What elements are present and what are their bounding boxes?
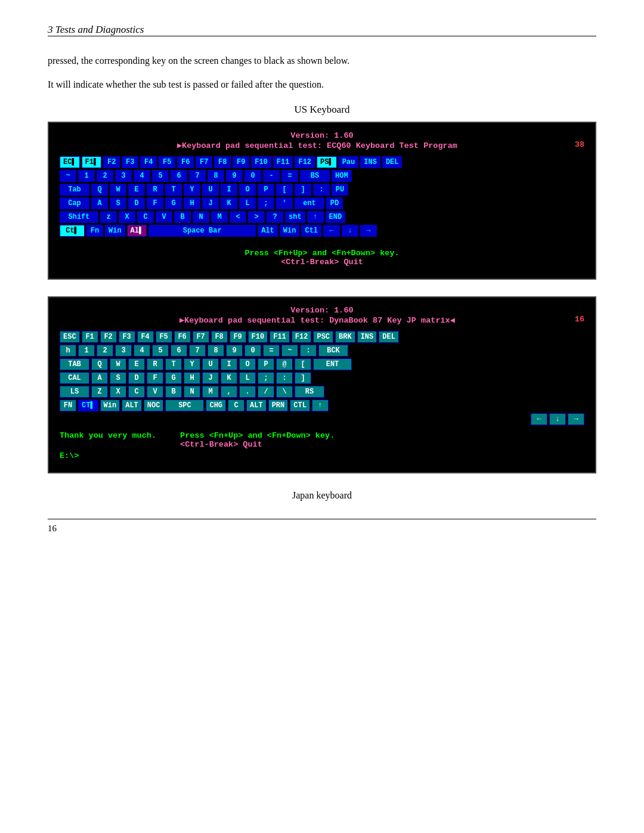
key-semicolon: ; [258, 197, 274, 209]
key-win-us1: Win [105, 225, 125, 237]
term-header-us: Version: 1.60 ▶Keyboard pad sequential t… [60, 131, 584, 150]
jp-key-9: 9 [226, 345, 243, 357]
key-4: 4 [134, 170, 150, 182]
key-shift: Shift [60, 211, 98, 223]
jp-key-f5: F5 [156, 331, 172, 343]
jp-key-f4: F4 [137, 331, 154, 343]
us-keyboard-title: US Keyboard [48, 104, 596, 116]
us-kb-area: EC▌ F1▌ F2 F3 F4 F5 F6 F7 F8 F9 F10 F11 … [60, 156, 584, 237]
term-subtitle-row-us: ▶Keyboard pad sequential test: ECQ60 Key… [60, 140, 584, 150]
jp-key-slash: / [258, 386, 274, 398]
key-f1: F1▌ [82, 156, 102, 168]
us-kb-row-6: Ct▌ Fn Win Al▌ Space Bar Alt Win Ctl ← ↓… [60, 225, 584, 237]
footer-line2-us: <Ctrl-Break> Quit [60, 258, 584, 267]
key-r: R [147, 184, 163, 196]
jp-key-colon2: : [300, 345, 317, 357]
jp-key-j: J [202, 372, 219, 384]
key-3: 3 [115, 170, 132, 182]
jp-key-w: W [110, 358, 126, 370]
key-j: J [202, 197, 219, 209]
jp-key-t: T [165, 358, 182, 370]
footer-line1-us: Press <Fn+Up> and <Fn+Down> key. [60, 249, 584, 258]
key-ec: EC▌ [60, 156, 80, 168]
jp-kb-row-2: h 1 2 3 4 5 6 7 8 9 0 = ~ : BCK [60, 345, 584, 357]
jp-key-c2: C [228, 400, 244, 411]
jp-key-eq: = [263, 345, 280, 357]
jp-key-f6: F6 [174, 331, 191, 343]
thank-you-text: Thank you very much. [60, 431, 156, 440]
jp-key-y: Y [184, 358, 200, 370]
key-l: L [239, 197, 256, 209]
jp-key-v: V [147, 386, 163, 398]
key-lbracket: [ [276, 184, 293, 196]
key-gt: > [248, 211, 265, 223]
ctrl-break-jp: <Ctrl-Break> Quit [180, 440, 262, 449]
key-right-us: → [360, 225, 377, 237]
key-n: N [193, 211, 209, 223]
key-b: B [174, 211, 191, 223]
footer-lines-jp: Press <Fn+Up> and <Fn+Down> key. <Ctrl-B… [180, 431, 335, 449]
jp-key-chg: CHG [206, 400, 226, 411]
jp-key-z: Z [91, 386, 108, 398]
key-tab: Tab [60, 184, 89, 196]
jp-key-ent: ENT [313, 358, 352, 370]
key-win-r-us: Win [280, 225, 300, 237]
key-bs: BS [300, 170, 330, 182]
key-p: P [258, 184, 274, 196]
key-space-us: Space Bar [148, 225, 256, 237]
jp-key-alt: ALT [122, 400, 142, 411]
us-kb-row-1: EC▌ F1▌ F2 F3 F4 F5 F6 F7 F8 F9 F10 F11 … [60, 156, 584, 168]
japan-keyboard-terminal: Version: 1.60 ▶Keyboard pad sequential t… [48, 296, 596, 473]
jp-kb-row-4: CAL A S D F G H J K L ; : ] [60, 372, 584, 384]
jp-key-c: C [128, 386, 145, 398]
jp-key-n: N [184, 386, 200, 398]
key-ctrl-us: Ct▌ [60, 225, 85, 237]
key-hom: HOM [332, 170, 352, 182]
key-lt: < [230, 211, 246, 223]
jp-key-rbr: ] [295, 372, 311, 384]
jp-key-right: → [568, 413, 584, 425]
key-5: 5 [152, 170, 169, 182]
jp-key-esc: ESC [60, 331, 80, 343]
jp-key-fn: FN [60, 400, 76, 411]
jp-key-ctr: CT▌ [78, 400, 98, 411]
jp-key-bck: BCK [318, 345, 348, 357]
key-9: 9 [226, 170, 243, 182]
key-f9: F9 [233, 156, 249, 168]
key-left-us: ← [323, 225, 340, 237]
jp-key-f9: F9 [230, 331, 246, 343]
jp-key-b: B [165, 386, 182, 398]
jp-key-4: 4 [134, 345, 150, 357]
term-num-us: 38 [575, 140, 584, 149]
key-minus: - [263, 170, 280, 182]
jp-key-k: K [221, 372, 237, 384]
key-ins: INS [360, 156, 380, 168]
term-header-jp: Version: 1.60 ▶Keyboard pad sequential t… [60, 306, 584, 325]
jp-key-e: E [128, 358, 145, 370]
key-question: ? [267, 211, 283, 223]
key-f: F [147, 197, 163, 209]
jp-key-5: 5 [152, 345, 169, 357]
key-e: E [128, 184, 145, 196]
jp-key-ctl: CTL [290, 400, 310, 411]
key-f3: F3 [122, 156, 138, 168]
key-f11: F11 [273, 156, 293, 168]
key-ctl-r-us: Ctl [301, 225, 321, 237]
key-f12: F12 [295, 156, 315, 168]
us-kb-row-5: Shift z X C V B N M < > ? sht ↑ END [60, 211, 584, 223]
jp-key-3: 3 [115, 345, 132, 357]
press-text-us: Press <Fn+Up> and <Fn+Down> key. [244, 249, 399, 258]
jp-key-spc: SPC [165, 400, 204, 411]
key-ent: ent [295, 197, 324, 209]
jp-key-tab: TAB [60, 358, 89, 370]
key-pd: PD [326, 197, 343, 209]
version-text-us: Version: 1.60 [290, 131, 353, 140]
key-f10: F10 [251, 156, 271, 168]
key-w: W [110, 184, 126, 196]
jp-key-noc: NOC [144, 400, 164, 411]
key-h: H [184, 197, 200, 209]
key-2: 2 [97, 170, 113, 182]
key-k: K [221, 197, 237, 209]
key-x: X [119, 211, 135, 223]
key-g: G [165, 197, 182, 209]
